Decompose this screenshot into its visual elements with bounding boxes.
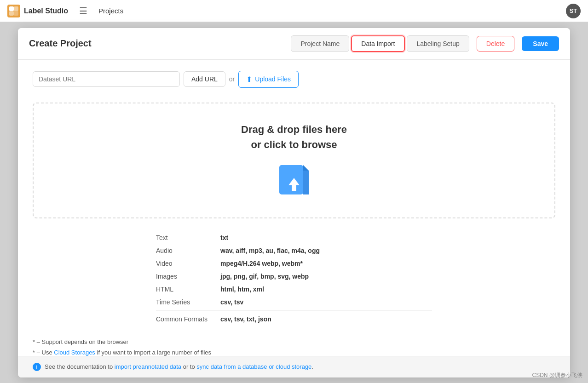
footer-notes: * – Support depends on the browser * – U… <box>33 337 555 356</box>
format-label-common: Common Formats <box>156 315 220 323</box>
file-upload-icon <box>279 161 309 194</box>
avatar: ST <box>566 4 581 18</box>
main-area: Create Project Project Name Data Import … <box>0 22 588 383</box>
topbar: Label Studio ☰ Projects ST <box>0 0 588 22</box>
import-preannotated-link[interactable]: import preannotated data <box>115 363 181 370</box>
logo: Label Studio <box>7 5 68 17</box>
format-value-common: csv, tsv, txt, json <box>220 315 271 323</box>
note1: * – Support depends on the browser <box>33 337 555 347</box>
format-label-audio: Audio <box>156 247 220 254</box>
upload-icon: ⬆ <box>246 75 252 84</box>
format-value-text: txt <box>220 234 228 241</box>
dialog-body: Add URL or ⬆ Upload Files Drag & drop fi… <box>18 60 570 356</box>
upload-files-button[interactable]: ⬆ Upload Files <box>238 71 299 88</box>
format-label-video: Video <box>156 260 220 267</box>
svg-rect-4 <box>14 11 18 16</box>
footer-text: See the documentation to import preannot… <box>45 363 313 370</box>
tab-group: Project Name Data Import Labeling Setup <box>291 35 469 52</box>
app-title: Label Studio <box>24 7 68 15</box>
info-icon: i <box>33 363 41 371</box>
svg-rect-0 <box>7 5 20 17</box>
logo-icon <box>7 5 20 17</box>
dialog-footer: i See the documentation to import preann… <box>18 356 570 377</box>
drop-title: Drag & drop files here or click to brows… <box>241 122 347 152</box>
save-button[interactable]: Save <box>522 36 559 51</box>
dialog-title: Create Project <box>29 38 92 49</box>
url-row: Add URL or ⬆ Upload Files <box>33 71 555 88</box>
cloud-storages-link[interactable]: Cloud Storages <box>54 349 95 356</box>
create-project-dialog: Create Project Project Name Data Import … <box>18 28 570 377</box>
svg-rect-1 <box>9 6 14 11</box>
projects-nav[interactable]: Projects <box>98 7 123 15</box>
format-value-audio: wav, aiff, mp3, au, flac, m4a, ogg <box>220 247 320 254</box>
format-row-common: Common Formats csv, tsv, txt, json <box>156 310 432 326</box>
format-row-timeseries: Time Series csv, tsv <box>156 296 432 309</box>
or-text: or <box>229 75 235 83</box>
add-url-button[interactable]: Add URL <box>184 71 225 87</box>
format-value-images: jpg, png, gif, bmp, svg, webp <box>220 273 309 280</box>
format-table: Text txt Audio wav, aiff, mp3, au, flac,… <box>156 231 432 326</box>
dataset-url-input[interactable] <box>33 71 180 87</box>
dialog-header: Create Project Project Name Data Import … <box>18 28 570 60</box>
format-row-video: Video mpeg4/H.264 webp, webm* <box>156 257 432 270</box>
watermark: CSDN @调参小飞侠 <box>532 372 582 379</box>
format-label-html: HTML <box>156 286 220 293</box>
svg-rect-2 <box>14 6 18 11</box>
svg-rect-7 <box>303 171 309 194</box>
format-label-text: Text <box>156 234 220 241</box>
format-label-images: Images <box>156 273 220 280</box>
format-row-html: HTML html, htm, xml <box>156 283 432 296</box>
tab-project-name[interactable]: Project Name <box>291 35 349 52</box>
format-label-timeseries: Time Series <box>156 298 220 306</box>
format-value-video: mpeg4/H.264 webp, webm* <box>220 260 303 267</box>
svg-marker-6 <box>303 165 309 171</box>
format-row-text: Text txt <box>156 231 432 244</box>
format-value-timeseries: csv, tsv <box>220 298 243 306</box>
menu-icon[interactable]: ☰ <box>75 4 91 18</box>
tab-labeling-setup[interactable]: Labeling Setup <box>407 35 469 52</box>
format-row-audio: Audio wav, aiff, mp3, au, flac, m4a, ogg <box>156 244 432 257</box>
sync-data-link[interactable]: sync data from a database or cloud stora… <box>196 363 311 370</box>
svg-rect-3 <box>9 11 14 16</box>
upload-label: Upload Files <box>255 75 291 83</box>
svg-rect-5 <box>279 165 303 194</box>
note2: * – Use Cloud Storages if you want to im… <box>33 347 555 356</box>
format-value-html: html, htm, xml <box>220 286 264 293</box>
delete-button[interactable]: Delete <box>477 36 514 51</box>
format-row-images: Images jpg, png, gif, bmp, svg, webp <box>156 270 432 283</box>
drop-zone[interactable]: Drag & drop files here or click to brows… <box>33 103 555 218</box>
tab-data-import[interactable]: Data Import <box>351 35 405 52</box>
